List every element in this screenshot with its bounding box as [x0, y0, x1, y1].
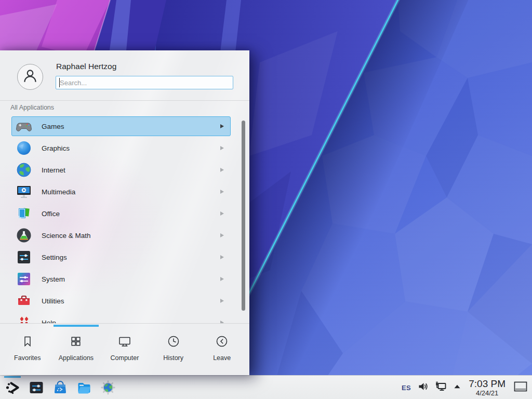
clock-time: 7:03 PM [469, 379, 506, 389]
taskbar: ES [0, 375, 532, 399]
volume-icon[interactable] [417, 381, 429, 394]
category-graphics[interactable]: Graphics [11, 138, 231, 158]
search-input[interactable] [56, 76, 233, 89]
tab-favorites[interactable]: Favorites [3, 327, 52, 374]
globe-icon [16, 162, 32, 178]
active-tab-indicator [54, 325, 99, 327]
help-icon [16, 314, 32, 323]
gamepad-icon [16, 118, 32, 135]
flask-icon [16, 227, 32, 244]
tab-label: Favorites [14, 354, 41, 362]
category-help[interactable]: Help [11, 313, 231, 323]
category-label: Office [42, 210, 60, 218]
category-system[interactable]: System [11, 269, 231, 289]
submenu-arrow-icon [220, 299, 224, 303]
taskbar-launcher-area [4, 379, 116, 396]
category-office[interactable]: Office [11, 204, 231, 223]
tab-label: History [163, 354, 183, 362]
submenu-arrow-icon [220, 277, 224, 281]
submenu-arrow-icon [220, 211, 224, 216]
leave-icon [215, 335, 229, 348]
scrollbar[interactable] [242, 121, 245, 311]
show-desktop-button[interactable] [513, 380, 528, 395]
submenu-arrow-icon [220, 124, 224, 128]
keyboard-layout-indicator[interactable]: ES [402, 384, 411, 392]
browser-button[interactable] [100, 379, 116, 396]
browser-globe-icon [100, 379, 116, 396]
user-icon [21, 67, 39, 87]
tab-label: Leave [213, 354, 231, 362]
system-tray: ES [402, 376, 528, 399]
category-internet[interactable]: Internet [11, 160, 231, 180]
header-divider [0, 100, 249, 101]
user-avatar[interactable] [17, 64, 43, 90]
computer-icon [118, 335, 131, 348]
sliders-gradient-icon [16, 271, 32, 287]
documents-icon [16, 205, 32, 222]
category-label: Graphics [42, 144, 70, 152]
tab-leave[interactable]: Leave [197, 327, 246, 374]
category-label: Multimedia [42, 188, 75, 196]
dolphin-folder-icon [76, 379, 92, 396]
kickoff-icon [4, 379, 21, 396]
category-list: Games Graphics [0, 112, 249, 323]
category-science-math[interactable]: Science & Math [11, 225, 231, 245]
category-label: Settings [42, 254, 67, 261]
category-label: Internet [42, 166, 65, 174]
category-label: Help [42, 319, 56, 324]
monitor-play-icon [16, 183, 32, 200]
section-label: All Applications [10, 104, 54, 111]
blue-sphere-icon [16, 140, 32, 156]
category-multimedia[interactable]: Multimedia [11, 182, 231, 202]
tab-label: Computer [111, 354, 139, 362]
app-grid-icon [69, 335, 83, 348]
clock-date: 4/24/21 [469, 389, 506, 397]
desktop: ES [0, 0, 532, 399]
text-caret [59, 78, 60, 87]
tabbar-divider [0, 323, 249, 324]
tab-history[interactable]: History [149, 327, 198, 374]
sliders-dark-icon [16, 249, 32, 265]
category-utilities[interactable]: Utilities [11, 291, 231, 311]
category-settings[interactable]: Settings [11, 247, 231, 267]
submenu-arrow-icon [220, 146, 224, 150]
launcher-button[interactable] [4, 379, 21, 396]
tab-label: Applications [59, 354, 94, 362]
launcher-active-indicator [4, 376, 21, 378]
category-label: Games [42, 123, 64, 130]
category-label: Utilities [42, 297, 64, 305]
user-name: Raphael Hertzog [56, 62, 116, 71]
submenu-arrow-icon [220, 255, 224, 259]
network-icon[interactable] [435, 381, 447, 394]
category-label: Science & Math [42, 232, 91, 240]
application-launcher: Raphael Hertzog All Applications Games [0, 50, 249, 375]
discover-icon [52, 379, 69, 396]
submenu-arrow-icon [220, 190, 224, 194]
category-games[interactable]: Games [11, 116, 231, 136]
clock[interactable]: 7:03 PM 4/24/21 [469, 379, 506, 397]
toolbox-icon [16, 292, 32, 309]
expand-tray-icon[interactable] [454, 383, 461, 392]
submenu-arrow-icon [220, 168, 224, 172]
tab-computer[interactable]: Computer [100, 327, 149, 374]
submenu-arrow-icon [220, 233, 224, 237]
bookmark-icon [21, 335, 34, 348]
discover-button[interactable] [52, 379, 69, 396]
dolphin-button[interactable] [76, 379, 92, 396]
tab-applications[interactable]: Applications [52, 327, 101, 374]
category-label: System [42, 275, 65, 283]
system-settings-icon [28, 379, 45, 396]
system-settings-button[interactable] [28, 379, 45, 396]
tab-bar: Favorites Applications [3, 327, 246, 374]
history-clock-icon [167, 335, 180, 348]
